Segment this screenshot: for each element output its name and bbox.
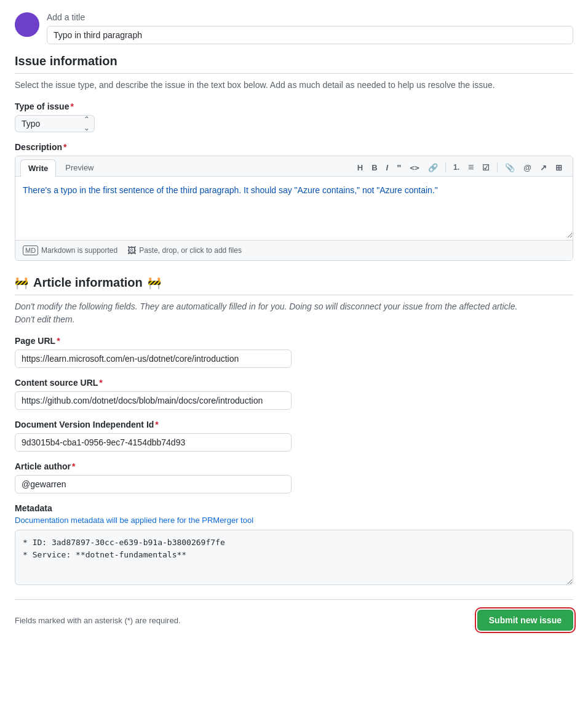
toolbar-mention-btn[interactable]: @ [520, 161, 534, 174]
description-label: Description* [15, 142, 573, 152]
submit-new-issue-button[interactable]: Submit new issue [477, 610, 573, 631]
toolbar-unordered-list-btn[interactable]: ≡ [465, 160, 477, 175]
article-info-heading: Article information [33, 276, 143, 290]
warning-icon-left: 🚧 [15, 276, 28, 290]
content-source-url-input[interactable] [15, 391, 292, 410]
markdown-editor: Write Preview H B I " <> 🔗 1. ≡ ☑ 📎 @ [15, 156, 573, 261]
title-label: Add a title [47, 12, 573, 22]
tab-preview[interactable]: Preview [57, 159, 101, 176]
description-field: Description* Write Preview H B I " <> 🔗 … [15, 142, 573, 261]
issue-information-section: Issue information Select the issue type,… [15, 54, 573, 261]
metadata-label: Metadata [15, 503, 573, 513]
article-info-header: 🚧 Article information 🚧 [15, 276, 573, 295]
warning-icon-right: 🚧 [148, 276, 161, 290]
toolbar-crossref-btn[interactable]: ↗ [537, 161, 550, 174]
doc-version-id-label: Document Version Independent Id* [15, 420, 573, 429]
toolbar-divider-2 [497, 162, 498, 172]
doc-version-id-star: * [155, 420, 158, 429]
editor-tabs-row: Write Preview H B I " <> 🔗 1. ≡ ☑ 📎 @ [15, 156, 573, 177]
toolbar-bold-btn[interactable]: B [368, 161, 380, 174]
title-section: Add a title [47, 12, 573, 44]
footer-note: Fields marked with an asterisk (*) are r… [15, 616, 181, 625]
article-author-field: Article author* [15, 461, 573, 493]
page-url-label: Page URL* [15, 336, 573, 346]
article-author-label: Article author* [15, 461, 573, 471]
avatar [15, 12, 39, 37]
issue-info-description: Select the issue type, and describe the … [15, 79, 573, 92]
editor-footer: MD Markdown is supported 🖼 Paste, drop, … [15, 240, 573, 260]
page-url-star: * [57, 336, 60, 346]
toolbar-ordered-list-btn[interactable]: 1. [450, 161, 463, 174]
editor-toolbar: H B I " <> 🔗 1. ≡ ☑ 📎 @ ↗ ⊞ [354, 160, 568, 175]
article-information-section: 🚧 Article information 🚧 Don't modify the… [15, 276, 573, 587]
toolbar-task-list-btn[interactable]: ☑ [479, 161, 493, 174]
markdown-icon: MD [23, 245, 38, 255]
markdown-label: Markdown is supported [41, 246, 117, 255]
doc-version-id-input[interactable] [15, 433, 292, 452]
toolbar-link-btn[interactable]: 🔗 [425, 161, 441, 174]
markdown-support-item: MD Markdown is supported [23, 245, 117, 255]
content-source-url-star: * [99, 378, 102, 388]
metadata-field: Metadata Documentation metadata will be … [15, 503, 573, 587]
metadata-textarea[interactable]: * ID: 3ad87897-30cc-e639-b91a-b3800269f7… [15, 530, 573, 585]
toolbar-attach-btn[interactable]: 📎 [502, 161, 518, 174]
article-author-star: * [72, 461, 75, 471]
warning-italic: Don't modify the following fields [15, 301, 135, 311]
type-of-issue-field: Type of issue* Typo Bug Enhancement Ques… [15, 102, 573, 132]
description-textarea[interactable]: There's a typo in the first sentence of … [15, 177, 573, 238]
description-required-star: * [63, 142, 66, 152]
toolbar-divider-1 [445, 162, 446, 172]
metadata-hint: Documentation metadata will be applied h… [15, 516, 573, 525]
page-url-input[interactable] [15, 349, 292, 368]
type-of-issue-wrapper: Typo Bug Enhancement Question Other ⌃⌄ [15, 115, 95, 132]
article-author-input[interactable] [15, 475, 292, 493]
attach-item[interactable]: 🖼 Paste, drop, or click to add files [127, 245, 242, 255]
warning-line2: Don't edit them. [15, 314, 75, 324]
type-of-issue-select[interactable]: Typo Bug Enhancement Question Other [15, 115, 95, 132]
toolbar-code-btn[interactable]: <> [407, 161, 423, 174]
toolbar-slash-btn[interactable]: ⊞ [552, 161, 565, 174]
required-star: * [70, 102, 73, 111]
type-of-issue-label: Type of issue* [15, 102, 573, 111]
footer-bar: Fields marked with an asterisk (*) are r… [15, 599, 573, 631]
content-source-url-label: Content source URL* [15, 378, 573, 388]
tab-write[interactable]: Write [20, 159, 56, 177]
page-url-field: Page URL* [15, 336, 573, 368]
title-input[interactable] [47, 26, 573, 44]
issue-info-heading: Issue information [15, 54, 573, 74]
toolbar-italic-btn[interactable]: I [383, 161, 392, 174]
article-warning-text: Don't modify the following fields. They … [15, 300, 573, 326]
toolbar-quote-btn[interactable]: " [394, 161, 404, 175]
attach-label: Paste, drop, or click to add files [139, 246, 242, 255]
content-source-url-field: Content source URL* [15, 378, 573, 410]
image-icon: 🖼 [127, 245, 136, 255]
toolbar-heading-btn[interactable]: H [354, 161, 366, 174]
doc-version-id-field: Document Version Independent Id* [15, 420, 573, 452]
